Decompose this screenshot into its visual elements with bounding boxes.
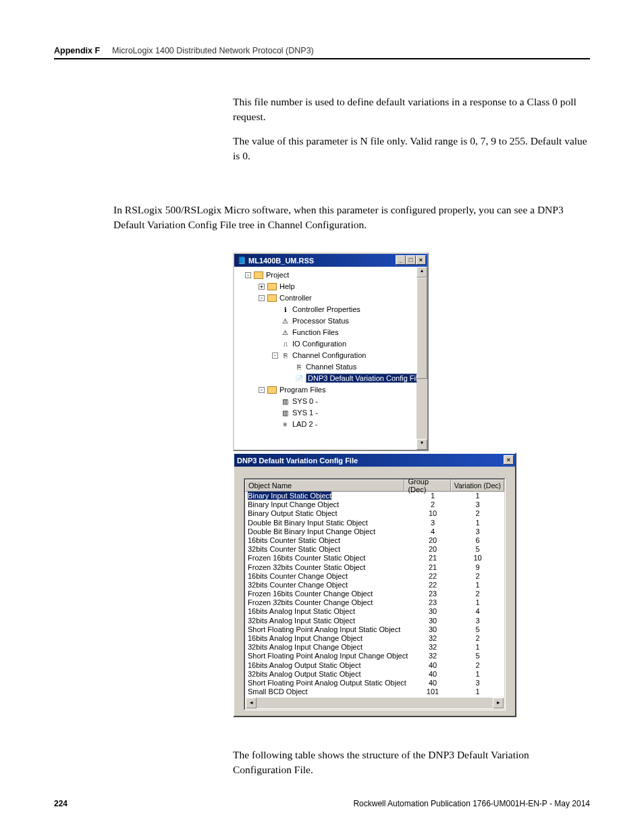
scroll-up-icon[interactable]: ▴ <box>417 267 427 278</box>
scroll-down-icon[interactable]: ▾ <box>417 439 427 450</box>
expand-icon[interactable]: - <box>245 272 251 278</box>
expand-icon[interactable]: + <box>259 284 265 290</box>
col-object-name[interactable]: Object Name <box>245 479 404 492</box>
tree-node-label: Project <box>266 269 289 281</box>
cell-variation: 2 <box>456 572 504 581</box>
config-grid[interactable]: Binary Input Static Object11Binary Input… <box>245 492 504 696</box>
tree-node[interactable]: -⎘Channel Configuration <box>237 350 427 361</box>
cell-variation: 3 <box>456 617 504 625</box>
config-titlebar: DNP3 Default Variation Config File × <box>234 454 515 467</box>
lad-icon: ≡ <box>281 420 290 429</box>
tree-title: ML1400B_UM.RSS <box>248 257 314 265</box>
tree-node-label: SYS 0 - <box>292 396 318 407</box>
cell-variation: 4 <box>456 607 504 616</box>
table-row[interactable]: 32bits Analog Input Static Object303 <box>245 617 504 625</box>
table-row[interactable]: Frozen 16bits Counter Change Object232 <box>245 590 504 598</box>
cell-group: 3 <box>409 519 456 527</box>
cell-group: 101 <box>409 687 456 696</box>
tree-node[interactable]: ⎘Channel Status <box>237 361 427 373</box>
config-dialog: DNP3 Default Variation Config File × Obj… <box>233 452 516 717</box>
cell-object-name: 16bits Analog Input Change Object <box>245 634 409 643</box>
horizontal-scrollbar[interactable]: ◂ ▸ <box>246 698 504 708</box>
table-row[interactable]: 16bits Counter Change Object222 <box>245 572 504 581</box>
table-row[interactable]: Small BCD Object1011 <box>245 687 504 696</box>
table-row[interactable]: Frozen 16bits Counter Static Object2110 <box>245 554 504 563</box>
tree-node[interactable]: ≡LAD 2 - <box>237 419 427 430</box>
table-row[interactable]: Double Bit Binary Input Change Object43 <box>245 527 504 536</box>
cell-object-name: 32bits Analog Input Static Object <box>245 617 409 625</box>
cell-object-name: Double Bit Binary Input Static Object <box>245 519 409 527</box>
expand-icon[interactable]: - <box>259 387 265 393</box>
scroll-left-icon[interactable]: ◂ <box>246 698 257 708</box>
project-tree[interactable]: -Project+Help-ControllerℹController Prop… <box>234 267 427 430</box>
tree-node[interactable]: -Controller <box>237 292 427 304</box>
cell-variation: 5 <box>456 625 504 634</box>
cell-group: 1 <box>409 492 456 500</box>
cell-group: 10 <box>409 509 456 518</box>
expand-icon[interactable]: - <box>272 353 278 359</box>
table-row[interactable]: Short Floating Point Analog Output Stati… <box>245 679 504 687</box>
expand-icon[interactable]: - <box>259 295 265 301</box>
cell-group: 21 <box>409 563 456 572</box>
maximize-button[interactable]: □ <box>406 255 416 265</box>
tree-node[interactable]: -Project <box>237 269 427 281</box>
cell-variation: 10 <box>456 554 504 563</box>
cell-object-name: 32bits Analog Output Static Object <box>245 670 409 679</box>
tree-node[interactable]: ⚠Processor Status <box>237 315 427 327</box>
appendix-label: Appendix F <box>54 46 100 55</box>
tree-node[interactable]: -Program Files <box>237 384 427 396</box>
col-variation[interactable]: Variation (Dec) <box>451 479 504 492</box>
tree-node[interactable]: ⚠Function Files <box>237 327 427 338</box>
col-group[interactable]: Group (Dec) <box>404 479 450 492</box>
cell-group: 32 <box>409 634 456 643</box>
cell-object-name: Frozen 16bits Counter Static Object <box>245 554 409 563</box>
tree-node[interactable]: ▥SYS 1 - <box>237 407 427 419</box>
tree-node[interactable]: ℹController Properties <box>237 304 427 315</box>
table-row[interactable]: 32bits Analog Input Change Object321 <box>245 643 504 652</box>
cell-object-name: 32bits Counter Change Object <box>245 581 409 590</box>
tree-node[interactable]: ⎍IO Configuration <box>237 338 427 350</box>
prog-icon: ▥ <box>281 397 290 406</box>
table-row[interactable]: 16bits Analog Input Change Object322 <box>245 634 504 643</box>
cell-object-name: Short Floating Point Analog Output Stati… <box>245 679 409 687</box>
folder-icon <box>267 283 277 290</box>
body-paragraph-1: This file number is used to define defau… <box>233 95 590 125</box>
config-close-button[interactable]: × <box>504 455 514 465</box>
tree-node-label: Channel Configuration <box>292 350 366 361</box>
tree-scrollbar[interactable]: ▴ ▾ <box>417 267 427 450</box>
table-row[interactable]: Short Floating Point Analog Input Change… <box>245 652 504 660</box>
cell-group: 4 <box>409 527 456 536</box>
scroll-thumb[interactable] <box>417 278 427 379</box>
tree-node-label: Program Files <box>279 384 325 396</box>
tree-node[interactable]: 📄DNP3 Default Variation Config File <box>237 373 427 384</box>
tree-node[interactable]: +Help <box>237 281 427 292</box>
prog-icon: ▥ <box>281 409 290 417</box>
table-row[interactable]: 16bits Analog Output Static Object402 <box>245 661 504 670</box>
table-row[interactable]: Frozen 32bits Counter Change Object231 <box>245 598 504 607</box>
table-row[interactable]: Frozen 32bits Counter Static Object219 <box>245 563 504 572</box>
table-row[interactable]: 32bits Analog Output Static Object401 <box>245 670 504 679</box>
table-row[interactable]: Short Floating Point Analog Input Static… <box>245 625 504 634</box>
table-row[interactable]: Binary Output Static Object102 <box>245 509 504 518</box>
cell-object-name: 32bits Analog Input Change Object <box>245 643 409 652</box>
tree-node[interactable]: ▥SYS 0 - <box>237 396 427 407</box>
cell-variation: 1 <box>456 519 504 527</box>
cell-group: 2 <box>409 500 456 509</box>
cell-group: 30 <box>409 607 456 616</box>
table-row[interactable]: 32bits Counter Change Object221 <box>245 581 504 590</box>
grid-header: Object Name Group (Dec) Variation (Dec) <box>245 479 504 492</box>
cell-group: 21 <box>409 554 456 563</box>
table-row[interactable]: 16bits Analog Input Static Object304 <box>245 607 504 616</box>
cell-variation: 1 <box>456 670 504 679</box>
close-button[interactable]: × <box>416 255 426 265</box>
table-row[interactable]: Binary Input Static Object11 <box>245 492 504 500</box>
cell-object-name: Frozen 32bits Counter Change Object <box>245 598 409 607</box>
table-row[interactable]: Double Bit Binary Input Static Object31 <box>245 519 504 527</box>
table-row[interactable]: 32bits Counter Static Object205 <box>245 545 504 554</box>
table-row[interactable]: 16bits Counter Static Object206 <box>245 536 504 545</box>
folder-icon <box>254 271 263 279</box>
table-row[interactable]: Binary Input Change Object23 <box>245 500 504 509</box>
scroll-right-icon[interactable]: ▸ <box>493 698 504 708</box>
minimize-button[interactable]: _ <box>396 255 406 265</box>
cell-variation: 5 <box>456 652 504 660</box>
